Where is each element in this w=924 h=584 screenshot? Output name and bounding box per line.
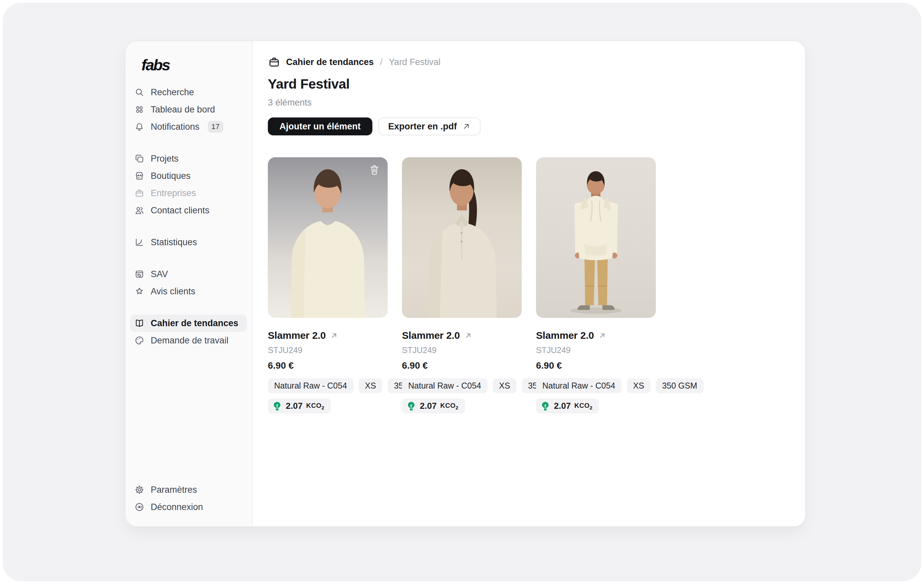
sidebar-group-bottom: Paramètres Déconnexion xyxy=(125,481,252,516)
brand-logo[interactable]: fabs xyxy=(141,56,252,74)
sidebar-group-content: Cahier de tendances Demande de travail xyxy=(125,315,252,349)
eco-unit: KCO2 xyxy=(441,402,459,411)
items-count: 3 éléments xyxy=(268,97,805,108)
product-tags: Natural Raw - C054 XS 350 GSM xyxy=(268,378,388,393)
product-image[interactable] xyxy=(268,157,388,318)
product-image[interactable] xyxy=(402,157,522,318)
product-sku: STJU249 xyxy=(268,345,388,355)
sidebar-item-notifications[interactable]: Notifications 17 xyxy=(130,118,247,135)
product-card: Slammer 2.0 STJU249 6.90 € Natural Raw -… xyxy=(536,157,656,414)
actions-bar: Ajouter un élément Exporter en .pdf xyxy=(268,117,805,135)
product-name: Slammer 2.0 xyxy=(402,330,460,341)
sidebar-item-recherche[interactable]: Recherche xyxy=(130,84,247,101)
star-icon xyxy=(134,286,144,296)
model-photo-hoodie xyxy=(536,157,656,318)
product-image[interactable] xyxy=(536,157,656,318)
tag-size: XS xyxy=(359,378,382,393)
tag-weight: 350 GSM xyxy=(656,378,704,393)
return-box-icon xyxy=(134,269,144,279)
product-sku: STJU249 xyxy=(402,345,522,355)
tag-size: XS xyxy=(627,378,650,393)
tree-icon xyxy=(540,401,550,411)
sidebar-item-cahier-de-tendances[interactable]: Cahier de tendances xyxy=(130,315,247,332)
dashboard-icon xyxy=(134,104,144,114)
tag-size: XS xyxy=(493,378,516,393)
chart-icon xyxy=(134,237,144,247)
sidebar-item-tableau-de-bord[interactable]: Tableau de bord xyxy=(130,101,247,118)
app-window: fabs Recherche Tableau de bord Notificat… xyxy=(125,41,806,527)
projects-icon xyxy=(134,153,144,163)
arrow-up-right-icon xyxy=(462,122,470,131)
eco-unit: KCO2 xyxy=(306,402,325,411)
logout-icon xyxy=(134,502,144,512)
trash-icon xyxy=(368,163,380,175)
product-link[interactable]: Slammer 2.0 xyxy=(268,330,388,341)
sidebar-item-boutiques[interactable]: Boutiques xyxy=(130,167,247,185)
sidebar-group-top: Recherche Tableau de bord Notifications … xyxy=(125,84,252,135)
product-card: Slammer 2.0 STJU249 6.90 € Natural Raw -… xyxy=(402,157,522,414)
sidebar-item-entreprises[interactable]: Entreprises xyxy=(130,185,247,202)
sidebar-item-statistiques[interactable]: Statistiques xyxy=(130,234,247,251)
tree-icon xyxy=(406,401,416,411)
product-link[interactable]: Slammer 2.0 xyxy=(536,330,656,341)
eco-value: 2.07 xyxy=(286,401,303,411)
product-grid: Slammer 2.0 STJU249 6.90 € Natural Raw -… xyxy=(268,157,805,414)
product-price: 6.90 € xyxy=(536,360,656,371)
product-sku: STJU249 xyxy=(536,345,656,355)
model-photo-tshirt xyxy=(268,157,388,318)
page-title: Yard Festival xyxy=(268,76,805,92)
delete-button[interactable] xyxy=(367,163,382,177)
tree-icon xyxy=(272,401,282,411)
tag-color: Natural Raw - C054 xyxy=(402,378,488,393)
bell-icon xyxy=(134,122,144,132)
add-item-button[interactable]: Ajouter un élément xyxy=(268,117,372,135)
breadcrumb-parent[interactable]: Cahier de tendances xyxy=(286,57,374,68)
product-name: Slammer 2.0 xyxy=(268,330,326,341)
sidebar-item-demande-de-travail[interactable]: Demande de travail xyxy=(130,332,247,349)
breadcrumb-current: Yard Festival xyxy=(389,57,441,68)
sidebar-group-workspace: Projets Boutiques Entreprises Contact cl… xyxy=(125,150,252,219)
export-pdf-label: Exporter en .pdf xyxy=(388,122,457,132)
palette-icon xyxy=(134,335,144,345)
eco-badge: 2.07 KCO2 xyxy=(402,399,465,414)
search-icon xyxy=(134,87,144,97)
product-name: Slammer 2.0 xyxy=(536,330,594,341)
storefront-icon xyxy=(134,171,144,181)
product-tags: Natural Raw - C054 XS 350 GSM xyxy=(402,378,522,393)
briefcase-icon xyxy=(134,188,144,198)
eco-value: 2.07 xyxy=(420,401,437,411)
arrow-up-right-icon xyxy=(330,332,338,340)
arrow-up-right-icon xyxy=(598,332,606,340)
export-pdf-button[interactable]: Exporter en .pdf xyxy=(378,117,480,135)
notifications-badge: 17 xyxy=(208,121,223,133)
open-book-icon xyxy=(134,318,144,328)
product-price: 6.90 € xyxy=(268,360,388,371)
main-content: Cahier de tendances / Yard Festival Yard… xyxy=(252,41,805,526)
eco-unit: KCO2 xyxy=(574,402,593,411)
breadcrumb: Cahier de tendances / Yard Festival xyxy=(268,56,805,68)
eco-badge: 2.07 KCO2 xyxy=(536,399,599,414)
tag-color: Natural Raw - C054 xyxy=(536,378,622,393)
arrow-up-right-icon xyxy=(464,332,472,340)
tag-color: Natural Raw - C054 xyxy=(268,378,353,393)
product-link[interactable]: Slammer 2.0 xyxy=(402,330,522,341)
breadcrumb-separator: / xyxy=(380,57,383,68)
product-price: 6.90 € xyxy=(402,360,522,371)
sidebar-group-service: SAV Avis clients xyxy=(125,266,252,300)
eco-value: 2.07 xyxy=(554,401,571,411)
sidebar-item-avis-clients[interactable]: Avis clients xyxy=(130,283,247,300)
sidebar-item-contact-clients[interactable]: Contact clients xyxy=(130,202,247,219)
model-photo-polo xyxy=(402,157,522,318)
product-tags: Natural Raw - C054 XS 350 GSM xyxy=(536,378,656,393)
sidebar: fabs Recherche Tableau de bord Notificat… xyxy=(125,41,252,526)
sidebar-item-deconnexion[interactable]: Déconnexion xyxy=(130,498,247,516)
users-icon xyxy=(134,205,144,215)
eco-badge: 2.07 KCO2 xyxy=(268,399,331,414)
sidebar-item-sav[interactable]: SAV xyxy=(130,266,247,283)
briefcase-icon xyxy=(268,56,280,68)
sidebar-item-projets[interactable]: Projets xyxy=(130,150,247,167)
sidebar-spacer xyxy=(125,349,252,481)
sidebar-item-parametres[interactable]: Paramètres xyxy=(130,481,247,498)
sidebar-group-stats: Statistiques xyxy=(125,234,252,251)
gear-icon xyxy=(134,485,144,495)
